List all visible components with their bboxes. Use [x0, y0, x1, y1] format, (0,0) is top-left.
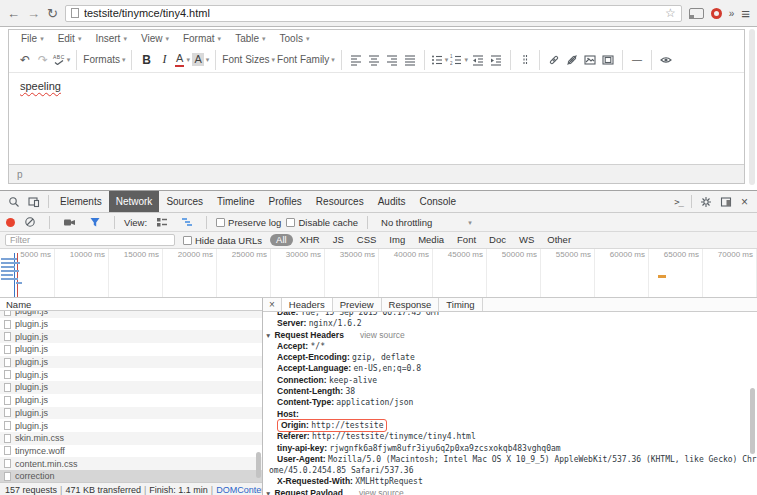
detail-scrollbar[interactable] [750, 388, 755, 454]
misspelled-word[interactable]: speeling [20, 80, 61, 92]
console-drawer-icon[interactable]: >_ [670, 197, 687, 207]
indent-button[interactable] [488, 51, 504, 69]
table-row[interactable]: plugin.js [0, 356, 262, 369]
filter-type-media[interactable]: Media [412, 234, 450, 246]
numbered-list-button[interactable]: 12▾ [450, 51, 468, 69]
undo-button[interactable]: ↶ [17, 51, 33, 69]
horizontal-rule-button[interactable]: — [629, 51, 645, 69]
table-row[interactable]: correction [0, 470, 262, 482]
table-row[interactable]: skin.min.css [0, 432, 262, 445]
media-button[interactable] [600, 51, 616, 69]
tab-resources[interactable]: Resources [309, 191, 371, 212]
element-path[interactable]: p [17, 169, 23, 180]
throttling-select[interactable]: No throttling ▾ [377, 217, 472, 228]
align-center-button[interactable] [366, 51, 382, 69]
address-bar[interactable]: testsite/tinymce/tiny4.html ☆ [65, 5, 682, 22]
dock-side-icon[interactable] [716, 196, 736, 208]
table-row[interactable]: plugin.js [0, 381, 262, 394]
detail-tab-response[interactable]: Response [382, 298, 440, 311]
table-row[interactable]: tinymce.woff [0, 445, 262, 458]
filter-type-other[interactable]: Other [541, 234, 577, 246]
checkbox-icon[interactable] [216, 218, 225, 227]
preserve-log-checkbox[interactable]: Preserve log [216, 217, 281, 228]
filter-type-all[interactable]: All [270, 234, 293, 246]
tab-sources[interactable]: Sources [159, 191, 210, 212]
image-button[interactable] [582, 51, 598, 69]
align-left-button[interactable] [348, 51, 364, 69]
clear-icon[interactable] [20, 216, 40, 228]
forward-icon[interactable]: → [27, 7, 40, 20]
search-icon[interactable] [4, 196, 24, 208]
link-button[interactable] [546, 51, 562, 69]
menu-format[interactable]: Format▾ [176, 33, 228, 44]
view-grid-icon[interactable] [152, 216, 172, 228]
tab-console[interactable]: Console [412, 191, 463, 212]
disable-cache-checkbox[interactable]: Disable cache [286, 217, 358, 228]
menu-file[interactable]: File▾ [14, 33, 51, 44]
checkbox-icon[interactable] [183, 236, 192, 245]
background-color-button[interactable]: A▾ [192, 51, 209, 69]
back-icon[interactable]: ← [7, 7, 20, 20]
tab-timeline[interactable]: Timeline [210, 191, 261, 212]
menu-icon[interactable]: ≡ [741, 5, 750, 22]
align-right-button[interactable] [384, 51, 400, 69]
filter-type-img[interactable]: Img [383, 234, 411, 246]
filter-type-xhr[interactable]: XHR [294, 234, 326, 246]
detail-tab-preview[interactable]: Preview [333, 298, 382, 311]
table-row[interactable]: plugin.js [0, 343, 262, 356]
settings-gear-icon[interactable] [696, 196, 716, 208]
table-row[interactable]: content.min.css [0, 457, 262, 470]
cast-icon[interactable] [689, 8, 704, 19]
network-overview-timeline[interactable]: 5000 ms10000 ms15000 ms20000 ms25000 ms3… [0, 249, 757, 298]
disclosure-triangle-icon[interactable]: ▼ [265, 490, 271, 495]
formats-button[interactable]: Formats▾ [83, 51, 125, 69]
table-row[interactable]: plugin.js [0, 318, 262, 331]
font-sizes-button[interactable]: Font Sizes▾ [222, 51, 275, 69]
bookmark-star-icon[interactable]: ☆ [665, 6, 676, 20]
detail-tab-timing[interactable]: Timing [439, 298, 482, 311]
filter-input[interactable] [5, 234, 175, 246]
overflow-icon[interactable]: » [729, 8, 735, 19]
disclosure-triangle-icon[interactable]: ▼ [265, 332, 271, 339]
reload-icon[interactable]: ↻ [47, 7, 58, 20]
name-column-header[interactable]: Name [0, 298, 262, 311]
tab-network[interactable]: Network [109, 191, 160, 212]
hide-data-urls-checkbox[interactable]: Hide data URLs [183, 235, 262, 246]
filter-type-css[interactable]: CSS [351, 234, 383, 246]
spellcheck-button[interactable]: ABC▾ [53, 51, 70, 69]
requests-scrollbar[interactable] [256, 452, 261, 478]
italic-button[interactable]: I [156, 51, 172, 69]
table-row[interactable]: plugin.js [0, 419, 262, 432]
checkbox-icon[interactable] [286, 218, 295, 227]
table-row[interactable]: plugin.js [0, 407, 262, 420]
page-scrollbar[interactable] [749, 29, 755, 185]
close-detail-icon[interactable]: × [263, 298, 282, 311]
table-row[interactable]: plugin.js [0, 330, 262, 343]
record-icon[interactable] [6, 218, 15, 227]
menu-tools[interactable]: Tools▾ [273, 33, 317, 44]
tab-profiles[interactable]: Profiles [261, 191, 308, 212]
filter-type-doc[interactable]: Doc [483, 234, 512, 246]
filter-type-font[interactable]: Font [451, 234, 482, 246]
filter-type-ws[interactable]: WS [513, 234, 540, 246]
filter-funnel-icon[interactable] [85, 216, 105, 228]
align-justify-button[interactable] [402, 51, 418, 69]
menu-edit[interactable]: Edit▾ [51, 33, 89, 44]
menu-view[interactable]: View▾ [134, 33, 176, 44]
pagebreak-button[interactable] [517, 51, 533, 69]
extension-record-icon[interactable] [711, 8, 722, 19]
table-row[interactable]: plugin.js [0, 394, 262, 407]
editor-content[interactable]: speeling [9, 73, 744, 164]
redo-button[interactable]: ↷ [35, 51, 51, 69]
tab-elements[interactable]: Elements [53, 191, 109, 212]
menu-insert[interactable]: Insert▾ [88, 33, 134, 44]
tab-audits[interactable]: Audits [371, 191, 413, 212]
view-source-link[interactable]: view source [360, 330, 405, 340]
bold-button[interactable]: B [138, 51, 154, 69]
filter-type-js[interactable]: JS [327, 234, 350, 246]
table-row[interactable]: plugin.js [0, 368, 262, 381]
bullet-list-button[interactable]: ▾ [431, 51, 449, 69]
view-waterfall-icon[interactable] [177, 216, 197, 228]
view-source-link[interactable]: view source [359, 488, 404, 495]
font-family-button[interactable]: Font Family▾ [277, 51, 335, 69]
